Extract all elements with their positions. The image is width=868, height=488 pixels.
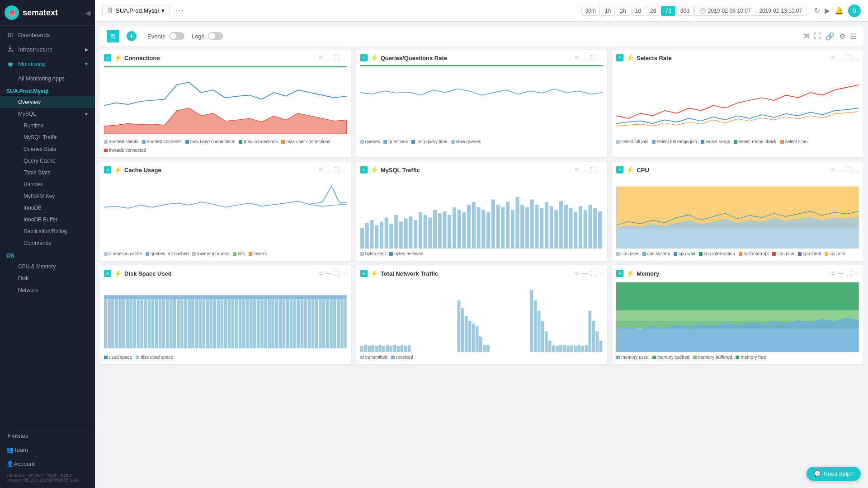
- svg-rect-154: [566, 346, 570, 352]
- minimize-chart-icon[interactable]: —: [838, 270, 844, 277]
- svg-marker-0: [104, 108, 347, 134]
- minimize-chart-icon[interactable]: —: [326, 270, 331, 277]
- time-btn-2d[interactable]: 2d: [646, 6, 660, 16]
- sidebar-item-commands[interactable]: Commands: [0, 237, 95, 249]
- need-help-button[interactable]: 💬 Need help?: [807, 467, 861, 481]
- sidebar-item-query-cache[interactable]: Query Cache: [0, 155, 95, 167]
- sidebar-item-innodb-buffer[interactable]: InnoDB Buffer: [0, 214, 95, 225]
- expand-chart-icon[interactable]: ⛶: [846, 55, 852, 61]
- expand-chart-icon[interactable]: ⛶: [590, 167, 595, 173]
- refresh-chart-icon[interactable]: ↻: [575, 167, 579, 173]
- sidebar-item-innodb[interactable]: InnoDB: [0, 202, 95, 214]
- sidebar-item-cpu-memory[interactable]: CPU & Memory: [0, 261, 95, 272]
- refresh-chart-icon[interactable]: ↻: [319, 167, 323, 173]
- more-chart-icon[interactable]: ···: [598, 270, 603, 277]
- legend-item: max used connections: [185, 139, 236, 144]
- refresh-chart-icon[interactable]: ↻: [831, 167, 835, 173]
- mail-icon[interactable]: ✉: [803, 32, 809, 41]
- sidebar-item-mysql-traffic[interactable]: MySQL Traffic: [0, 131, 95, 143]
- topbar-more-icon[interactable]: ···: [175, 6, 184, 15]
- sidebar-item-runtime[interactable]: Runtime: [0, 120, 95, 131]
- sidebar-item-myisam-key[interactable]: MyISAM Key: [0, 190, 95, 202]
- bell-icon[interactable]: 🔔: [835, 6, 844, 15]
- sidebar-item-monitoring[interactable]: ◉ Monitoring ▼: [0, 56, 95, 71]
- more-chart-icon[interactable]: ···: [342, 55, 347, 61]
- minimize-chart-icon[interactable]: —: [582, 270, 587, 277]
- more-chart-icon[interactable]: ···: [342, 270, 347, 277]
- sidebar-item-account[interactable]: 👤 Account: [0, 457, 95, 471]
- time-btn-2h[interactable]: 2h: [616, 6, 630, 16]
- logs-toggle[interactable]: [208, 32, 223, 40]
- legend-item: cpu interruption: [699, 251, 735, 256]
- expand-chart-icon[interactable]: ⛶: [334, 55, 340, 61]
- filter-icon[interactable]: ⧉: [107, 30, 119, 42]
- user-avatar[interactable]: U: [848, 5, 861, 17]
- refresh-chart-icon[interactable]: ↻: [575, 270, 579, 277]
- chart-mysql-traffic: A ⚡ MySQL Traffic ↻ — ⛶ ···: [356, 162, 608, 261]
- svg-rect-148: [545, 331, 548, 352]
- minimize-chart-icon[interactable]: —: [838, 55, 844, 61]
- svg-rect-108: [301, 299, 304, 348]
- sidebar-item-invites[interactable]: ✈ Invites: [0, 429, 95, 443]
- svg-rect-83: [209, 299, 212, 348]
- svg-rect-150: [552, 345, 555, 352]
- sidebar-item-mysql[interactable]: MySQL ▼: [0, 108, 95, 120]
- expand-chart-icon[interactable]: ⛶: [590, 55, 595, 61]
- refresh-chart-icon[interactable]: ↻: [319, 270, 323, 277]
- time-btn-30d[interactable]: 30d: [676, 6, 693, 16]
- refresh-chart-icon[interactable]: ↻: [831, 55, 835, 61]
- app-selector[interactable]: 🗄 SUA.Prod.Mysql ▾: [102, 5, 170, 16]
- play-icon[interactable]: ▶: [825, 6, 830, 15]
- minimize-chart-icon[interactable]: —: [582, 55, 587, 61]
- need-help-label: Need help?: [824, 470, 854, 477]
- sidebar-item-replication[interactable]: Replication/Binlog: [0, 225, 95, 237]
- sidebar-all-apps[interactable]: All Monitoring Apps: [0, 73, 95, 84]
- sidebar-item-network[interactable]: Network: [0, 284, 95, 296]
- time-btn-7d[interactable]: 7d: [661, 6, 675, 16]
- sidebar-collapse-icon[interactable]: ◀: [85, 9, 90, 17]
- refresh-chart-icon[interactable]: ↻: [831, 270, 835, 277]
- expand-icon[interactable]: ⛶: [814, 32, 821, 41]
- expand-chart-icon[interactable]: ⛶: [846, 270, 852, 277]
- time-btn-1h[interactable]: 1h: [601, 6, 615, 16]
- chart-speed-icon: ⚡: [370, 270, 378, 277]
- sidebar-item-dashboards[interactable]: ⊞ Dashboards: [0, 28, 95, 42]
- time-range[interactable]: 🕐 2019-02-06 10:07 — 2019-02-13 10:07: [694, 6, 807, 16]
- svg-rect-152: [559, 345, 562, 352]
- events-toggle[interactable]: [169, 32, 184, 40]
- refresh-chart-icon[interactable]: ↻: [319, 55, 323, 61]
- refresh-icon[interactable]: ↻: [814, 6, 820, 15]
- minimize-chart-icon[interactable]: —: [326, 167, 331, 173]
- expand-chart-icon[interactable]: ⛶: [334, 167, 340, 173]
- svg-rect-105: [290, 299, 293, 348]
- more-chart-icon[interactable]: ···: [598, 55, 603, 61]
- expand-chart-icon[interactable]: ⛶: [590, 270, 595, 277]
- add-button[interactable]: +: [127, 31, 137, 41]
- more-chart-icon[interactable]: ···: [342, 167, 347, 173]
- sidebar-item-handler[interactable]: Handler: [0, 178, 95, 190]
- menu-icon[interactable]: ☰: [850, 32, 856, 41]
- sidebar-item-queries-stats[interactable]: Queries Stats: [0, 143, 95, 155]
- sidebar-item-disk[interactable]: Disk: [0, 272, 95, 284]
- time-btn-1d[interactable]: 1d: [631, 6, 645, 16]
- settings-icon[interactable]: ⚙: [839, 32, 845, 41]
- minimize-chart-icon[interactable]: —: [838, 167, 844, 173]
- sidebar-item-infrastructure[interactable]: 🖧 Infrastructure ▶: [0, 42, 95, 56]
- chart-cpu: A ⚡ CPU ↻ — ⛶ ···: [612, 162, 863, 261]
- minimize-chart-icon[interactable]: —: [582, 167, 587, 173]
- svg-rect-13: [418, 212, 422, 249]
- link-icon[interactable]: 🔗: [826, 32, 835, 41]
- more-chart-icon[interactable]: ···: [854, 270, 859, 277]
- chart-mysql-traffic-area: [360, 176, 603, 249]
- refresh-chart-icon[interactable]: ↻: [575, 55, 579, 61]
- sidebar-item-overview[interactable]: Overview: [0, 96, 95, 108]
- expand-chart-icon[interactable]: ⛶: [334, 270, 340, 277]
- more-chart-icon[interactable]: ···: [854, 55, 859, 61]
- more-chart-icon[interactable]: ···: [854, 167, 859, 173]
- sidebar-item-team[interactable]: 👥 Team: [0, 443, 95, 457]
- time-btn-30m[interactable]: 30m: [581, 6, 600, 16]
- sidebar-item-table-stats[interactable]: Table Stats: [0, 167, 95, 178]
- expand-chart-icon[interactable]: ⛶: [846, 167, 852, 173]
- minimize-chart-icon[interactable]: —: [326, 55, 331, 61]
- more-chart-icon[interactable]: ···: [598, 167, 603, 173]
